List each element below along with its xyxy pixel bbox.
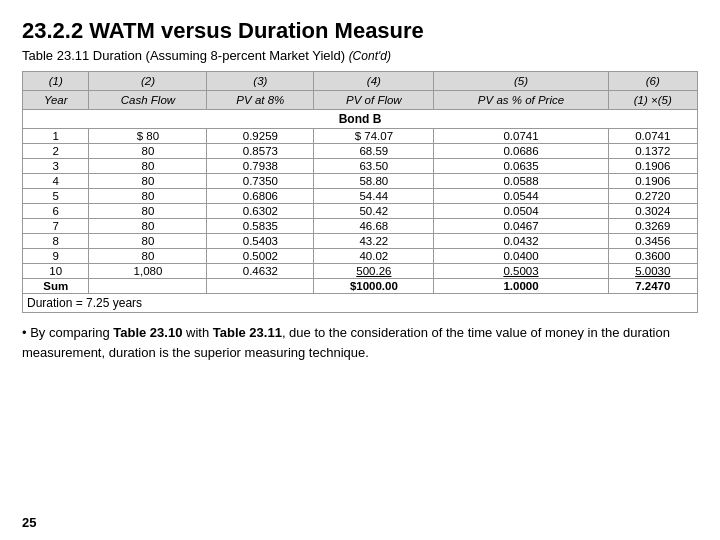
cell-r7-c3: 43.22 bbox=[314, 234, 434, 249]
header-row-1: (1) (2) (3) (4) (5) (6) bbox=[23, 72, 698, 91]
cell-r0-c2: 0.9259 bbox=[207, 129, 314, 144]
cell-r10-c3: $1000.00 bbox=[314, 279, 434, 294]
cell-r2-c1: 80 bbox=[89, 159, 207, 174]
cell-r8-c0: 9 bbox=[23, 249, 89, 264]
cell-r7-c1: 80 bbox=[89, 234, 207, 249]
cell-r8-c3: 40.02 bbox=[314, 249, 434, 264]
table-row: Sum$1000.001.00007.2470 bbox=[23, 279, 698, 294]
cell-r7-c0: 8 bbox=[23, 234, 89, 249]
cell-r2-c3: 63.50 bbox=[314, 159, 434, 174]
subtitle-text: Table 23.11 Duration (Assuming 8-percent… bbox=[22, 48, 345, 63]
cell-r1-c5: 0.1372 bbox=[608, 144, 698, 159]
cell-r6-c1: 80 bbox=[89, 219, 207, 234]
col3-header1: (3) bbox=[207, 72, 314, 91]
cell-r1-c1: 80 bbox=[89, 144, 207, 159]
cell-r5-c3: 50.42 bbox=[314, 204, 434, 219]
cell-r2-c0: 3 bbox=[23, 159, 89, 174]
cell-r8-c4: 0.0400 bbox=[434, 249, 608, 264]
bond-label-row: Bond B bbox=[23, 110, 698, 129]
cell-r3-c0: 4 bbox=[23, 174, 89, 189]
cell-r9-c4: 0.5003 bbox=[434, 264, 608, 279]
cell-r6-c3: 46.68 bbox=[314, 219, 434, 234]
col1-header2: Year bbox=[23, 91, 89, 110]
bullet-prefix: • By comparing bbox=[22, 325, 113, 340]
cell-r0-c4: 0.0741 bbox=[434, 129, 608, 144]
cell-r8-c1: 80 bbox=[89, 249, 207, 264]
col2-header1: (2) bbox=[89, 72, 207, 91]
cell-r2-c4: 0.0635 bbox=[434, 159, 608, 174]
cell-r6-c0: 7 bbox=[23, 219, 89, 234]
cell-r8-c2: 0.5002 bbox=[207, 249, 314, 264]
col5-header1: (5) bbox=[434, 72, 608, 91]
cell-r0-c5: 0.0741 bbox=[608, 129, 698, 144]
cell-r9-c3: 500.26 bbox=[314, 264, 434, 279]
cell-r0-c1: $ 80 bbox=[89, 129, 207, 144]
table-header: (1) (2) (3) (4) (5) (6) Year Cash Flow P… bbox=[23, 72, 698, 110]
cell-r4-c2: 0.6806 bbox=[207, 189, 314, 204]
cell-r1-c3: 68.59 bbox=[314, 144, 434, 159]
cell-r1-c2: 0.8573 bbox=[207, 144, 314, 159]
col3-header2: PV at 8% bbox=[207, 91, 314, 110]
bullet-bold1: Table 23.10 bbox=[113, 325, 182, 340]
bullet-mid1: with bbox=[182, 325, 212, 340]
cell-r10-c4: 1.0000 bbox=[434, 279, 608, 294]
cell-r9-c2: 0.4632 bbox=[207, 264, 314, 279]
table-row: 5800.680654.440.05440.2720 bbox=[23, 189, 698, 204]
duration-table: (1) (2) (3) (4) (5) (6) Year Cash Flow P… bbox=[22, 71, 698, 294]
cell-r3-c4: 0.0588 bbox=[434, 174, 608, 189]
table-row: 9800.500240.020.04000.3600 bbox=[23, 249, 698, 264]
cell-r2-c5: 0.1906 bbox=[608, 159, 698, 174]
cell-r3-c1: 80 bbox=[89, 174, 207, 189]
col1-header1: (1) bbox=[23, 72, 89, 91]
col4-header1: (4) bbox=[314, 72, 434, 91]
cell-r5-c0: 6 bbox=[23, 204, 89, 219]
table-row: 7800.583546.680.04670.3269 bbox=[23, 219, 698, 234]
cell-r10-c0: Sum bbox=[23, 279, 89, 294]
table-row: 6800.630250.420.05040.3024 bbox=[23, 204, 698, 219]
bullet-bold2: Table 23.11 bbox=[213, 325, 282, 340]
table-row: 1$ 800.9259$ 74.070.07410.0741 bbox=[23, 129, 698, 144]
cell-r6-c2: 0.5835 bbox=[207, 219, 314, 234]
subtitle-contd: (Cont'd) bbox=[349, 49, 391, 63]
table-body: Bond B 1$ 800.9259$ 74.070.07410.0741280… bbox=[23, 110, 698, 294]
cell-r5-c5: 0.3024 bbox=[608, 204, 698, 219]
table-row: 8800.540343.220.04320.3456 bbox=[23, 234, 698, 249]
cell-r6-c4: 0.0467 bbox=[434, 219, 608, 234]
cell-r10-c5: 7.2470 bbox=[608, 279, 698, 294]
cell-r1-c0: 2 bbox=[23, 144, 89, 159]
table-row: 101,0800.4632500.260.50035.0030 bbox=[23, 264, 698, 279]
slide-subtitle: Table 23.11 Duration (Assuming 8-percent… bbox=[22, 48, 698, 63]
table-row: 2800.857368.590.06860.1372 bbox=[23, 144, 698, 159]
table-row: 4800.735058.800.05880.1906 bbox=[23, 174, 698, 189]
cell-r7-c2: 0.5403 bbox=[207, 234, 314, 249]
cell-r4-c4: 0.0544 bbox=[434, 189, 608, 204]
cell-r5-c2: 0.6302 bbox=[207, 204, 314, 219]
cell-r10-c2 bbox=[207, 279, 314, 294]
cell-r3-c2: 0.7350 bbox=[207, 174, 314, 189]
slide-title: 23.2.2 WATM versus Duration Measure bbox=[22, 18, 698, 44]
cell-r9-c5: 5.0030 bbox=[608, 264, 698, 279]
cell-r4-c1: 80 bbox=[89, 189, 207, 204]
cell-r9-c0: 10 bbox=[23, 264, 89, 279]
cell-r8-c5: 0.3600 bbox=[608, 249, 698, 264]
col6-header2: (1) ×(5) bbox=[608, 91, 698, 110]
cell-r1-c4: 0.0686 bbox=[434, 144, 608, 159]
cell-r2-c2: 0.7938 bbox=[207, 159, 314, 174]
cell-r3-c5: 0.1906 bbox=[608, 174, 698, 189]
cell-r5-c4: 0.0504 bbox=[434, 204, 608, 219]
cell-r10-c1 bbox=[89, 279, 207, 294]
table-row: 3800.793863.500.06350.1906 bbox=[23, 159, 698, 174]
col5-header2: PV as % of Price bbox=[434, 91, 608, 110]
page-number: 25 bbox=[22, 515, 36, 530]
cell-r7-c5: 0.3456 bbox=[608, 234, 698, 249]
cell-r4-c0: 5 bbox=[23, 189, 89, 204]
cell-r6-c5: 0.3269 bbox=[608, 219, 698, 234]
cell-r9-c1: 1,080 bbox=[89, 264, 207, 279]
cell-r0-c0: 1 bbox=[23, 129, 89, 144]
bond-label-cell: Bond B bbox=[23, 110, 698, 129]
col6-header1: (6) bbox=[608, 72, 698, 91]
header-row-2: Year Cash Flow PV at 8% PV of Flow PV as… bbox=[23, 91, 698, 110]
cell-r0-c3: $ 74.07 bbox=[314, 129, 434, 144]
duration-note: Duration = 7.25 years bbox=[22, 294, 698, 313]
cell-r4-c3: 54.44 bbox=[314, 189, 434, 204]
